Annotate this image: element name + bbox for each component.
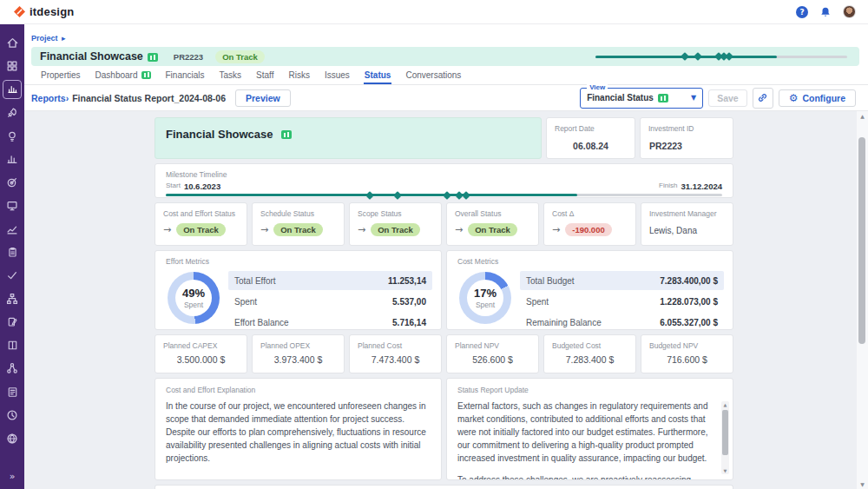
scroll-down-icon[interactable]: ▼ xyxy=(721,468,729,473)
clipboard-icon[interactable] xyxy=(3,242,22,261)
breadcrumb: Project ▸ xyxy=(24,24,868,46)
project-header-bar: Financial Showcase PR2223 On Track xyxy=(31,47,859,66)
bell-icon[interactable] xyxy=(819,6,832,18)
project-status-pill: On Track xyxy=(215,50,265,63)
top-bar: itdesign ? xyxy=(0,0,868,24)
tab-conversations[interactable]: Conversations xyxy=(404,69,462,84)
hierarchy-icon[interactable] xyxy=(3,359,22,378)
report-name: Financial Status Report_2024-08-06 xyxy=(72,93,226,103)
clipboard-edit-icon[interactable] xyxy=(3,313,22,332)
org-chart-icon[interactable] xyxy=(3,289,22,308)
left-sidebar: » xyxy=(0,24,24,489)
milestone-diamond-icon xyxy=(393,191,402,200)
notes-icon[interactable] xyxy=(3,382,22,401)
link-button[interactable] xyxy=(753,88,773,109)
trend-arrow-icon: → xyxy=(552,224,560,235)
table-row: Total Budget7.283.400,00 $ xyxy=(520,271,724,290)
status-update-text[interactable]: External factors, such as changes in reg… xyxy=(457,400,722,480)
scroll-down-icon[interactable]: ▼ xyxy=(857,481,868,487)
tab-dashboard[interactable]: Dashboard xyxy=(95,69,152,84)
status-pill: On Track xyxy=(468,223,517,236)
globe-settings-icon[interactable] xyxy=(3,429,22,448)
reports-breadcrumb-link[interactable]: Reports xyxy=(31,93,66,103)
tab-status[interactable]: Status xyxy=(364,69,392,84)
scroll-up-icon[interactable]: ▲ xyxy=(857,113,868,119)
status-pill: On Track xyxy=(371,223,420,236)
text-scrollbar[interactable]: ▲ ▼ xyxy=(721,401,729,474)
tab-staff[interactable]: Staff xyxy=(255,69,274,84)
project-title: Financial Showcase xyxy=(40,50,143,63)
scope-status-card: Scope Status →On Track xyxy=(349,202,442,246)
tab-risks[interactable]: Risks xyxy=(287,69,310,84)
status-report-update-card: Status Report Update External factors, s… xyxy=(446,378,733,480)
project-code: PR2223 xyxy=(174,52,203,62)
logo-text: itdesign xyxy=(30,5,74,18)
tab-issues[interactable]: Issues xyxy=(324,69,351,84)
tab-properties[interactable]: Properties xyxy=(40,69,82,84)
preview-button[interactable]: Preview xyxy=(235,89,291,107)
view-select[interactable]: View Financial Status ▼ xyxy=(580,88,703,109)
report-title-card: Financial Showcase xyxy=(155,117,542,159)
report-badge-icon xyxy=(148,53,158,62)
milestone-timeline-card: Milestone Timeline Start 10.6.2023 Finis… xyxy=(155,163,733,198)
reports-icon[interactable] xyxy=(3,80,22,99)
milestone-diamond-icon xyxy=(443,191,451,200)
planned-opex-card: Planned OPEX3.973.400 $ xyxy=(252,334,345,373)
bar-chart-icon[interactable] xyxy=(3,149,22,169)
apps-grid-icon[interactable] xyxy=(3,56,22,76)
gear-icon: ⚙ xyxy=(789,93,799,103)
help-icon[interactable]: ? xyxy=(796,6,808,18)
timeline-finish-label: Finish xyxy=(659,182,677,191)
cost-effort-explanation-card: Cost and Effort Explanation In the cours… xyxy=(155,378,442,480)
trend-line-icon[interactable] xyxy=(3,220,22,239)
investment-id-value: PR2223 xyxy=(649,141,682,151)
investment-manager-card: Investment Manager Lewis, Dana xyxy=(641,202,733,246)
reports-breadcrumb-sep: › xyxy=(66,93,69,103)
investment-id-card: Investment ID PR2223 xyxy=(640,117,733,159)
book-icon[interactable] xyxy=(3,336,22,355)
timeline-start-label: Start xyxy=(166,182,181,191)
view-badge-icon xyxy=(658,94,668,102)
chevron-down-icon: ▼ xyxy=(691,94,696,102)
configure-button[interactable]: ⚙ Configure xyxy=(779,89,856,107)
investment-manager-value: Lewis, Dana xyxy=(649,226,697,235)
scrollbar-thumb[interactable] xyxy=(722,410,728,455)
planned-capex-card: Planned CAPEX3.500.000 $ xyxy=(155,334,247,373)
home-icon[interactable] xyxy=(3,33,22,52)
report-toolbar: Reports › Financial Status Report_2024-0… xyxy=(24,85,868,111)
breadcrumb-project-link[interactable]: Project xyxy=(31,34,58,43)
table-row: Effort Balance5.716,14 xyxy=(228,313,432,332)
tab-tasks[interactable]: Tasks xyxy=(219,69,243,84)
project-tabs: Properties Dashboard Financials Tasks St… xyxy=(24,69,868,85)
report-content: Financial Showcase Report Date 06.08.24 … xyxy=(24,111,868,489)
tab-financials[interactable]: Financials xyxy=(165,69,206,84)
app-logo: itdesign xyxy=(14,5,74,18)
user-avatar[interactable] xyxy=(843,5,856,18)
clock-icon[interactable] xyxy=(3,406,22,425)
table-row: Remaining Balance6.055.327,00 $ xyxy=(520,313,724,332)
cost-donut-chart: 17% Spent xyxy=(459,272,511,324)
scrollbar-thumb[interactable] xyxy=(858,137,865,344)
cost-effort-status-card: Cost and Effort Status →On Track xyxy=(155,202,247,246)
save-button[interactable]: Save xyxy=(708,89,747,107)
explanation-text: In the course of our project, we encount… xyxy=(166,400,431,465)
report-date-value: 06.08.24 xyxy=(547,141,635,151)
budgeted-npv-card: Budgeted NPV716.600 $ xyxy=(641,334,733,373)
cost-metrics-card: Cost Metrics 17% Spent Total Budget7.283… xyxy=(446,250,733,330)
rocket-icon[interactable] xyxy=(3,103,22,122)
target-icon[interactable] xyxy=(3,173,22,192)
overall-status-card: Overall Status →On Track xyxy=(446,202,539,246)
view-select-value: Financial Status xyxy=(587,93,654,102)
timeline-start-date: 10.6.2023 xyxy=(184,182,220,191)
monitor-icon[interactable] xyxy=(3,196,22,215)
content-scrollbar[interactable]: ▲ ▼ xyxy=(857,111,868,489)
view-select-label: View xyxy=(587,83,608,91)
effort-donut-chart: 49% Spent xyxy=(168,272,220,324)
scroll-up-icon[interactable]: ▲ xyxy=(721,402,729,407)
effort-metrics-card: Effort Metrics 49% Spent Total Effort11.… xyxy=(155,250,442,330)
breadcrumb-chevron-icon: ▸ xyxy=(62,34,66,43)
budgeted-cost-card: Budgeted Cost7.283.400 $ xyxy=(543,334,636,373)
sidebar-expand-icon[interactable]: » xyxy=(10,471,16,482)
idea-bulb-icon[interactable] xyxy=(3,127,22,146)
check-icon[interactable] xyxy=(3,266,22,285)
